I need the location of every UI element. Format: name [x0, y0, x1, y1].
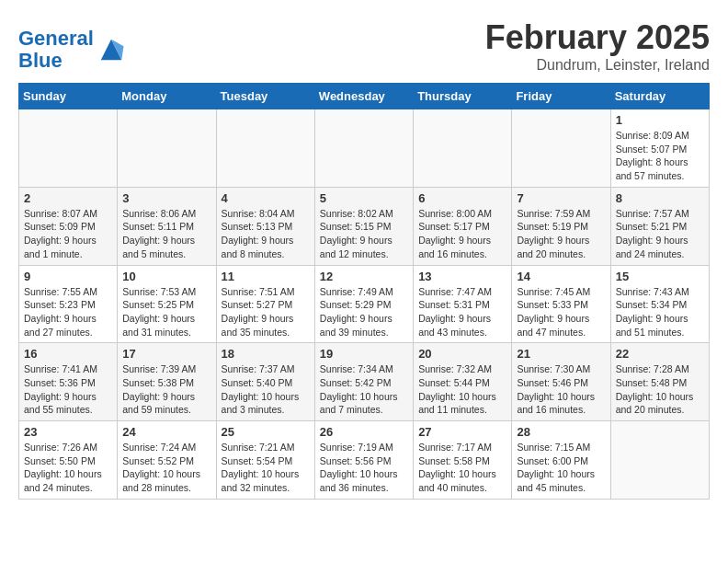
logo-line2-text: Blue — [18, 50, 94, 72]
calendar-cell: 12Sunrise: 7:49 AM Sunset: 5:29 PM Dayli… — [314, 265, 413, 343]
day-info: Sunrise: 8:09 AM Sunset: 5:07 PM Dayligh… — [616, 129, 704, 183]
logo-line2: Blue — [18, 49, 63, 72]
calendar-cell: 6Sunrise: 8:00 AM Sunset: 5:17 PM Daylig… — [414, 187, 512, 265]
calendar-cell: 18Sunrise: 7:37 AM Sunset: 5:40 PM Dayli… — [216, 343, 314, 421]
calendar-cell — [314, 109, 413, 188]
calendar-cell: 9Sunrise: 7:55 AM Sunset: 5:23 PM Daylig… — [19, 265, 118, 343]
day-info: Sunrise: 8:04 AM Sunset: 5:13 PM Dayligh… — [222, 207, 310, 261]
title-area: February 2025 Dundrum, Leinster, Ireland — [485, 18, 710, 74]
day-info: Sunrise: 7:43 AM Sunset: 5:34 PM Dayligh… — [616, 285, 704, 339]
day-number: 23 — [24, 425, 112, 439]
calendar-cell: 25Sunrise: 7:21 AM Sunset: 5:54 PM Dayli… — [216, 421, 314, 500]
day-number: 21 — [517, 347, 605, 361]
calendar-cell — [610, 421, 709, 500]
logo-line1: General — [18, 27, 94, 50]
day-info: Sunrise: 7:39 AM Sunset: 5:38 PM Dayligh… — [122, 362, 210, 417]
calendar-cell: 5Sunrise: 8:02 AM Sunset: 5:15 PM Daylig… — [314, 187, 413, 265]
month-year: February 2025 — [485, 18, 710, 57]
week-row-1: 1Sunrise: 8:09 AM Sunset: 5:07 PM Daylig… — [19, 109, 710, 188]
day-number: 15 — [616, 270, 704, 283]
calendar-cell: 23Sunrise: 7:26 AM Sunset: 5:50 PM Dayli… — [19, 421, 118, 500]
week-row-5: 23Sunrise: 7:26 AM Sunset: 5:50 PM Dayli… — [19, 421, 710, 500]
calendar-cell: 1Sunrise: 8:09 AM Sunset: 5:07 PM Daylig… — [610, 109, 709, 188]
week-row-2: 2Sunrise: 8:07 AM Sunset: 5:09 PM Daylig… — [19, 187, 710, 265]
day-info: Sunrise: 7:34 AM Sunset: 5:42 PM Dayligh… — [320, 362, 408, 417]
calendar-cell: 14Sunrise: 7:45 AM Sunset: 5:33 PM Dayli… — [512, 265, 610, 343]
day-number: 9 — [24, 270, 112, 283]
day-number: 10 — [122, 270, 210, 283]
day-number: 14 — [517, 270, 605, 283]
calendar-cell: 21Sunrise: 7:30 AM Sunset: 5:46 PM Dayli… — [512, 343, 610, 421]
calendar-cell: 11Sunrise: 7:51 AM Sunset: 5:27 PM Dayli… — [216, 265, 314, 343]
calendar-cell — [414, 109, 512, 188]
day-info: Sunrise: 7:19 AM Sunset: 5:56 PM Dayligh… — [320, 441, 408, 495]
week-row-3: 9Sunrise: 7:55 AM Sunset: 5:23 PM Daylig… — [19, 265, 710, 343]
calendar-cell: 8Sunrise: 7:57 AM Sunset: 5:21 PM Daylig… — [610, 187, 709, 265]
day-info: Sunrise: 7:17 AM Sunset: 5:58 PM Dayligh… — [418, 441, 506, 495]
day-number: 22 — [616, 347, 704, 361]
day-number: 1 — [616, 113, 704, 127]
day-number: 24 — [122, 425, 210, 439]
day-info: Sunrise: 8:07 AM Sunset: 5:09 PM Dayligh… — [24, 207, 112, 261]
day-number: 28 — [517, 425, 605, 439]
calendar-cell: 10Sunrise: 7:53 AM Sunset: 5:25 PM Dayli… — [118, 265, 216, 343]
day-info: Sunrise: 7:59 AM Sunset: 5:19 PM Dayligh… — [517, 207, 605, 261]
day-info: Sunrise: 7:53 AM Sunset: 5:25 PM Dayligh… — [122, 285, 210, 339]
day-info: Sunrise: 7:41 AM Sunset: 5:36 PM Dayligh… — [24, 362, 112, 417]
weekday-header-tuesday: Tuesday — [216, 84, 314, 109]
day-info: Sunrise: 7:21 AM Sunset: 5:54 PM Dayligh… — [222, 441, 310, 495]
day-info: Sunrise: 7:51 AM Sunset: 5:27 PM Dayligh… — [222, 285, 310, 339]
location: Dundrum, Leinster, Ireland — [485, 57, 710, 74]
logo: General Blue — [18, 28, 125, 72]
day-number: 5 — [320, 191, 408, 205]
day-number: 6 — [418, 191, 506, 205]
calendar-cell: 16Sunrise: 7:41 AM Sunset: 5:36 PM Dayli… — [19, 343, 118, 421]
calendar-cell: 15Sunrise: 7:43 AM Sunset: 5:34 PM Dayli… — [610, 265, 709, 343]
calendar-cell: 24Sunrise: 7:24 AM Sunset: 5:52 PM Dayli… — [118, 421, 216, 500]
header: General Blue February 2025 Dundrum, Lein… — [18, 18, 710, 74]
day-number: 12 — [320, 270, 408, 283]
weekday-header-saturday: Saturday — [610, 84, 709, 109]
day-number: 17 — [122, 347, 210, 361]
day-number: 3 — [122, 191, 210, 205]
calendar-cell: 19Sunrise: 7:34 AM Sunset: 5:42 PM Dayli… — [314, 343, 413, 421]
day-number: 11 — [222, 270, 310, 283]
day-info: Sunrise: 7:37 AM Sunset: 5:40 PM Dayligh… — [222, 362, 310, 417]
day-info: Sunrise: 8:00 AM Sunset: 5:17 PM Dayligh… — [418, 207, 506, 261]
calendar-cell: 27Sunrise: 7:17 AM Sunset: 5:58 PM Dayli… — [414, 421, 512, 500]
weekday-header-wednesday: Wednesday — [314, 84, 413, 109]
day-info: Sunrise: 7:26 AM Sunset: 5:50 PM Dayligh… — [24, 441, 112, 495]
day-number: 20 — [418, 347, 506, 361]
day-number: 18 — [222, 347, 310, 361]
day-number: 13 — [418, 270, 506, 283]
day-info: Sunrise: 7:28 AM Sunset: 5:48 PM Dayligh… — [616, 362, 704, 417]
calendar-cell: 17Sunrise: 7:39 AM Sunset: 5:38 PM Dayli… — [118, 343, 216, 421]
calendar-cell — [512, 109, 610, 188]
calendar-cell: 13Sunrise: 7:47 AM Sunset: 5:31 PM Dayli… — [414, 265, 512, 343]
calendar-cell: 2Sunrise: 8:07 AM Sunset: 5:09 PM Daylig… — [19, 187, 118, 265]
day-info: Sunrise: 7:45 AM Sunset: 5:33 PM Dayligh… — [517, 285, 605, 339]
day-info: Sunrise: 7:32 AM Sunset: 5:44 PM Dayligh… — [418, 362, 506, 417]
day-info: Sunrise: 7:47 AM Sunset: 5:31 PM Dayligh… — [418, 285, 506, 339]
day-number: 7 — [517, 191, 605, 205]
day-number: 16 — [24, 347, 112, 361]
day-info: Sunrise: 8:06 AM Sunset: 5:11 PM Dayligh… — [122, 207, 210, 261]
calendar-cell: 22Sunrise: 7:28 AM Sunset: 5:48 PM Dayli… — [610, 343, 709, 421]
logo-text: General — [18, 28, 94, 50]
calendar-cell — [118, 109, 216, 188]
calendar-cell — [19, 109, 118, 188]
weekday-header-monday: Monday — [118, 84, 216, 109]
day-info: Sunrise: 7:30 AM Sunset: 5:46 PM Dayligh… — [517, 362, 605, 417]
logo-icon — [97, 36, 125, 63]
weekday-header-thursday: Thursday — [414, 84, 512, 109]
calendar-cell: 20Sunrise: 7:32 AM Sunset: 5:44 PM Dayli… — [414, 343, 512, 421]
day-info: Sunrise: 7:49 AM Sunset: 5:29 PM Dayligh… — [320, 285, 408, 339]
day-number: 8 — [616, 191, 704, 205]
day-info: Sunrise: 8:02 AM Sunset: 5:15 PM Dayligh… — [320, 207, 408, 261]
calendar-cell: 3Sunrise: 8:06 AM Sunset: 5:11 PM Daylig… — [118, 187, 216, 265]
calendar-cell: 7Sunrise: 7:59 AM Sunset: 5:19 PM Daylig… — [512, 187, 610, 265]
day-number: 4 — [222, 191, 310, 205]
calendar-cell — [216, 109, 314, 188]
day-info: Sunrise: 7:55 AM Sunset: 5:23 PM Dayligh… — [24, 285, 112, 339]
day-number: 19 — [320, 347, 408, 361]
